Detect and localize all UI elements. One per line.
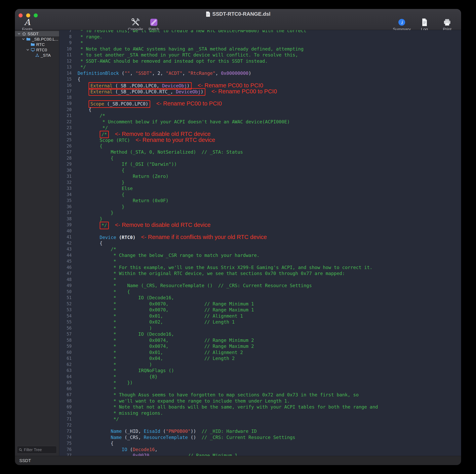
code-segment: "ACDT": [166, 71, 182, 76]
filter-tree-field[interactable]: [17, 446, 57, 454]
code-line[interactable]: 21 /*: [59, 113, 461, 119]
tree-item-rtc0[interactable]: RTC0: [15, 47, 59, 52]
code-line[interactable]: 22 * Uncomment below if your ACPI doesn'…: [59, 119, 461, 125]
code-line[interactable]: 7 * To resolve this, we'll want to creat…: [59, 30, 461, 34]
code-line[interactable]: 8 * range.: [59, 34, 461, 40]
code-line[interactable]: 68 * we'll want to expand the range to i…: [59, 398, 461, 404]
tree-item-sb-pc00-l[interactable]: _SB.PC00.L...: [15, 36, 59, 42]
code-line[interactable]: 17 External (_SB_.PC00.LPC0.RTC_, Device…: [59, 88, 461, 95]
code-line[interactable]: 43 /*: [59, 246, 461, 252]
code-line[interactable]: 77 0x0070, // Range Minimum 1: [59, 453, 461, 456]
code-line[interactable]: 11 * to set another _STA method in your …: [59, 52, 461, 58]
toolbar-button-compile[interactable]: Compile: [126, 18, 145, 32]
code-line[interactable]: 47 * Within the original RTC device, we …: [59, 271, 461, 277]
code-line[interactable]: 10 * Note that due to AWAC systems havin…: [59, 46, 461, 52]
code-line[interactable]: 26 {: [59, 143, 461, 149]
code-line[interactable]: 46 * For this example, we'll use the Asu…: [59, 264, 461, 271]
code-line[interactable]: 58 * 0x0074, // Range Minimum 2: [59, 337, 461, 343]
code-line[interactable]: 59 * 0x0074, // Range Maximum 2: [59, 343, 461, 349]
code-line[interactable]: 57 * IO (Decode16,: [59, 331, 461, 337]
code-line[interactable]: 72: [59, 422, 461, 428]
code-line[interactable]: 15{: [59, 76, 461, 82]
code-line[interactable]: 54 * 0x01, // Alignment 1: [59, 313, 461, 319]
code-line[interactable]: 35 Return (0x0F): [59, 198, 461, 204]
code-line[interactable]: 13 */: [59, 64, 461, 70]
code-line[interactable]: 60 * 0x01, // Alignment 2: [59, 349, 461, 356]
chevron-down-icon[interactable]: [17, 32, 21, 35]
code-line[interactable]: 36 }: [59, 204, 461, 210]
code-editor[interactable]: 7 * To resolve this, we'll want to creat…: [59, 30, 461, 456]
filter-tree-input[interactable]: [23, 447, 55, 452]
code-line[interactable]: 67 * Though Asus seems to have forgotten…: [59, 392, 461, 398]
code-text: Return (0x0F): [74, 198, 169, 204]
code-line[interactable]: 69 * Note that not all boards will be th…: [59, 404, 461, 410]
code-line[interactable]: 31 Return (Zero): [59, 173, 461, 180]
code-line[interactable]: 55 * 0x02, // Length 1: [59, 319, 461, 325]
toolbar-button-print[interactable]: Print: [438, 18, 456, 32]
tree-item-ssdt[interactable]: SSDT: [15, 31, 59, 36]
code-line[interactable]: 12 * SSDT-AWAC should be removed and ins…: [59, 58, 461, 64]
code-segment: Scope: [90, 101, 104, 106]
code-line[interactable]: 76 IO (Decode16,: [59, 447, 461, 453]
chevron-down-icon[interactable]: [21, 37, 26, 41]
code-line[interactable]: 73 Name (_HID, EisaId ("PNP0B00")) // _H…: [59, 428, 461, 434]
code-line[interactable]: 51 * IO (Decode16,: [59, 295, 461, 301]
code-line[interactable]: 34 {: [59, 192, 461, 198]
code-line[interactable]: 66 *: [59, 386, 461, 392]
code-line[interactable]: 45 *: [59, 258, 461, 264]
code-line[interactable]: 74 Name (_CRS, ResourceTemplate () // _C…: [59, 434, 461, 440]
code-line[interactable]: 41 Device (RTC0)<- Rename if it conflict…: [59, 234, 461, 240]
code-text: * For this example, we'll use the Asus S…: [74, 264, 373, 271]
toolbar-button-patch[interactable]: Patch: [145, 18, 163, 32]
tree-item-sta[interactable]: _STA: [15, 52, 59, 58]
code-line[interactable]: 14DefinitionBlock ("", "SSDT", 2, "ACDT"…: [59, 70, 461, 76]
code-segment: Decode16: [133, 447, 155, 452]
code-text: /*: [74, 246, 116, 252]
code-line[interactable]: 38 }: [59, 216, 461, 222]
chevron-down-icon[interactable]: [25, 48, 30, 51]
code-line[interactable]: 61 * 0x04, // Length 2: [59, 356, 461, 362]
code-line[interactable]: 71 */: [59, 416, 461, 422]
code-area[interactable]: 7 * To resolve this, we'll want to creat…: [59, 30, 461, 456]
code-line[interactable]: 32 }: [59, 180, 461, 186]
code-line[interactable]: 42 {: [59, 240, 461, 246]
code-line[interactable]: 48 *: [59, 277, 461, 283]
code-line[interactable]: 75 {: [59, 440, 461, 447]
code-line[interactable]: 37 }: [59, 210, 461, 216]
code-line[interactable]: 56 * ): [59, 325, 461, 331]
code-line[interactable]: 52 * 0x0070, // Range Minimum 1: [59, 301, 461, 307]
code-line[interactable]: 50 * {: [59, 289, 461, 295]
code-line[interactable]: 65 * }): [59, 380, 461, 386]
highlight-box: */: [100, 222, 109, 229]
tree-item-label: SSDT: [27, 32, 39, 36]
code-line[interactable]: 27 Method (_STA, 0, NotSerialized) // _S…: [59, 149, 461, 155]
code-line[interactable]: 28 {: [59, 155, 461, 161]
code-line[interactable]: 16 External (_SB_.PC00.LPC0, DeviceObj)<…: [59, 82, 461, 88]
code-line[interactable]: 40: [59, 228, 461, 234]
code-text: * missing regions.: [74, 410, 163, 416]
code-line[interactable]: 29 If (_OSI ("Darwin")): [59, 161, 461, 167]
code-text: * 0x01, // Alignment 1: [74, 313, 243, 319]
toolbar-button-log[interactable]: Log: [415, 18, 434, 32]
code-line[interactable]: 25 Scope (RTC)<- Rename to your RTC devi…: [59, 137, 461, 143]
toolbar-button-summary[interactable]: iSummary: [393, 18, 411, 32]
code-line[interactable]: 24 /*<- Remove to disable old RTC device: [59, 131, 461, 137]
code-line[interactable]: 49 * Name (_CRS, ResourceTemplate () // …: [59, 283, 461, 289]
code-line[interactable]: 23 */: [59, 125, 461, 131]
code-line[interactable]: 63 * IRQNoFlags (): [59, 368, 461, 374]
code-line[interactable]: 53 * 0x0070, // Range Maximum 1: [59, 307, 461, 313]
code-line[interactable]: 30 {: [59, 167, 461, 173]
code-segment: [78, 447, 122, 452]
code-line[interactable]: 33 Else: [59, 186, 461, 192]
code-line[interactable]: 62 * ): [59, 362, 461, 368]
code-line[interactable]: 39 */<- Remove to disable old RTC device: [59, 222, 461, 228]
toolbar-button-fonts[interactable]: AFonts: [18, 18, 36, 32]
tree-item-rtc[interactable]: RTC: [15, 42, 59, 47]
code-line[interactable]: 19 Scope (_SB.PC00.LPC0)<- Rename PC00 t…: [59, 101, 461, 107]
code-line[interactable]: 44 * Change the below _CSR range to matc…: [59, 252, 461, 258]
code-line[interactable]: 70 * missing regions.: [59, 410, 461, 416]
code-line[interactable]: 9 *: [59, 40, 461, 46]
code-line[interactable]: 64 * {8}: [59, 374, 461, 380]
code-text: * To resolve this, we'll want to create …: [74, 30, 306, 34]
code-segment: ResourceTemplate: [144, 435, 188, 440]
